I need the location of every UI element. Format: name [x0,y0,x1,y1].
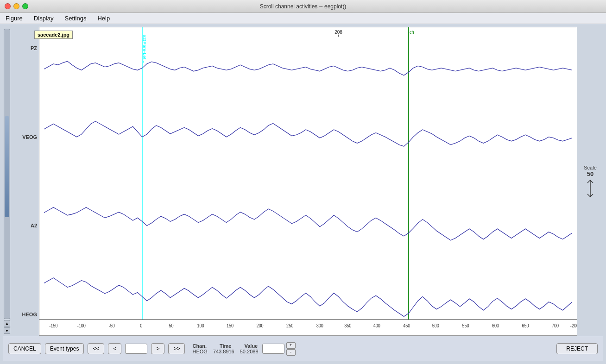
menu-help[interactable]: Help [95,14,112,23]
svg-text:150: 150 [227,323,234,329]
svg-text:-50: -50 [109,323,115,329]
scale-area: Scale 50 [577,27,603,336]
menu-display[interactable]: Display [32,14,56,23]
nav-rewind-button[interactable]: << [88,343,104,354]
svg-rect-0 [39,27,577,335]
channel-label-pz: PZ [13,45,37,51]
svg-text:550: 550 [462,323,469,329]
svg-text:350: 350 [344,323,351,329]
title-bar: Scroll channel activities -- eegplot() [0,0,606,13]
eeg-plot[interactable]: e2(Pare-Let... ch 208 -1 [39,27,577,336]
svg-text:600: 600 [492,323,499,329]
scale-input[interactable]: 50 [262,344,284,354]
scale-control: 50 + - [262,342,296,356]
svg-line-31 [590,194,593,197]
toolbar: CANCEL Event types << < 208 > >> Chan. T… [3,336,603,361]
chan-header: Chan. [192,343,207,349]
nav-back-button[interactable]: < [108,343,121,354]
image-label: saccade2.jpg [34,31,73,39]
svg-text:-100: -100 [77,323,86,329]
time-header: Time [220,343,231,349]
svg-text:50: 50 [169,323,173,329]
svg-text:700: 700 [552,323,559,329]
window-title: Scroll channel activities -- eegplot() [260,3,347,10]
svg-text:450: 450 [403,323,410,329]
channel-label-veog: VEOG [13,134,37,140]
channel-label-a2: A2 [13,223,37,228]
channel-labels: PZ VEOG A2 HEOG [11,27,39,336]
vertical-scrollbar[interactable]: ▲ ▼ [3,27,11,336]
scale-decrease-button[interactable]: - [286,349,296,356]
menubar: Figure Display Settings Help [0,13,606,24]
time-value: 743.8916 [213,349,234,354]
svg-text:300: 300 [316,323,323,329]
scale-label: Scale [584,165,597,170]
window-controls [5,3,28,9]
reject-button[interactable]: REJECT [556,343,598,354]
channel-label-heog: HEOG [13,312,37,317]
svg-text:0: 0 [140,323,142,329]
cancel-button[interactable]: CANCEL [8,343,41,354]
event-types-button[interactable]: Event types [45,343,84,354]
svg-text:100: 100 [197,323,204,329]
svg-line-28 [587,180,590,183]
nav-forward-button[interactable]: > [151,343,164,354]
svg-text:-200: -200 [570,323,577,329]
scale-increase-button[interactable]: + [286,342,296,349]
channel-info: Chan. Time Value HEOG 743.8916 50.2088 [192,343,258,354]
event-number-input[interactable]: 208 [125,344,147,354]
chan-value: HEOG [192,349,207,354]
info-header-row: Chan. Time Value [192,343,258,349]
scale-arrow [585,179,596,198]
svg-text:208: 208 [335,29,342,35]
scroll-up-button[interactable]: ▲ [4,320,10,326]
info-values-row: HEOG 743.8916 50.2088 [192,349,258,354]
menu-figure[interactable]: Figure [4,14,25,23]
svg-text:250: 250 [286,323,293,329]
close-button[interactable] [5,3,11,9]
plot-container: saccade2.jpg ▲ ▼ PZ VEOG A2 HEOG e2(P [3,27,603,336]
main-area: saccade2.jpg ▲ ▼ PZ VEOG A2 HEOG e2(P [0,24,606,364]
scrollbar-thumb[interactable] [5,116,9,218]
svg-text:-150: -150 [49,323,57,329]
nav-fast-forward-button[interactable]: >> [168,343,185,354]
svg-text:650: 650 [522,323,529,329]
scale-value: 50 [587,170,593,177]
svg-text:200: 200 [257,323,264,329]
scale-stepper[interactable]: + - [286,342,296,356]
svg-text:400: 400 [373,323,380,329]
svg-line-30 [587,194,590,197]
minimize-button[interactable] [13,3,19,9]
value-header: Value [245,343,258,349]
value-value: 50.2088 [240,349,259,354]
svg-line-29 [590,180,593,183]
svg-text:ch: ch [410,29,414,35]
scroll-down-button[interactable]: ▼ [4,327,10,334]
scrollbar-track[interactable] [4,29,10,319]
svg-text:500: 500 [432,323,439,329]
svg-text:e2(Pare-Let...: e2(Pare-Let... [142,35,147,63]
maximize-button[interactable] [22,3,28,9]
menu-settings[interactable]: Settings [63,14,88,23]
